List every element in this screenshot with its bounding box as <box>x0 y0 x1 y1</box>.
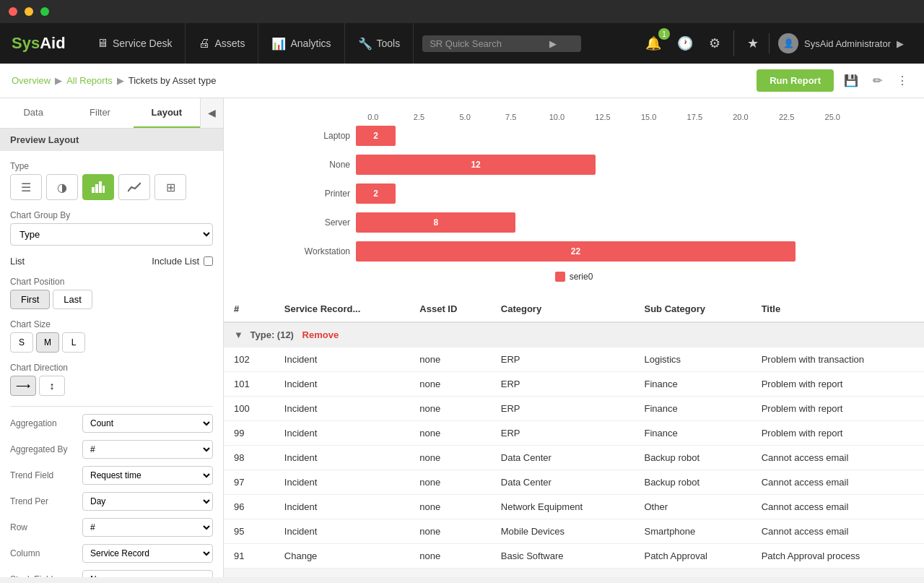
edit-icon[interactable]: ✏ <box>868 71 886 90</box>
group-row: ▼ Type: (12) Remove <box>224 322 924 347</box>
divider-1 <box>10 406 213 407</box>
cell-id: 96 <box>224 495 274 519</box>
aggregated-by-row: Aggregated By # <box>10 440 213 459</box>
user-menu[interactable]: 👤 SysAid Administrator ▶ <box>769 33 912 53</box>
main-layout: Data Filter Layout ◀ Preview Layout Type… <box>0 98 924 577</box>
cell-category: Data Center <box>491 470 635 495</box>
cell-id: 102 <box>224 347 274 372</box>
more-options-icon[interactable]: ⋮ <box>892 71 912 90</box>
chart-group-by-select[interactable]: Type Category Status <box>10 223 213 246</box>
run-report-button[interactable]: Run Report <box>757 69 834 92</box>
position-last-button[interactable]: Last <box>53 290 92 309</box>
cell-category: Data Center <box>491 446 635 470</box>
row-select[interactable]: # <box>82 518 213 537</box>
user-name: SysAid Administrator <box>804 38 891 49</box>
direction-horizontal-button[interactable]: ⟶ <box>10 376 36 396</box>
search-input[interactable] <box>430 38 545 49</box>
save-icon[interactable]: 💾 <box>840 71 863 90</box>
search-box[interactable]: ▶ <box>422 35 581 52</box>
legend-label-serie0: serie0 <box>570 272 593 282</box>
stack-field-select[interactable]: None <box>82 570 213 577</box>
size-m-button[interactable]: M <box>36 332 59 353</box>
breadcrumb-all-reports[interactable]: All Reports <box>66 75 113 86</box>
cell-title: Patch Approval process <box>751 544 924 569</box>
stack-field-label: Stack Field <box>10 574 82 577</box>
minimize-dot[interactable] <box>25 7 33 16</box>
tab-data[interactable]: Data <box>0 98 66 128</box>
clock-icon[interactable]: 🕐 <box>671 31 699 56</box>
table-row: 95 Incident none Mobile Devices Smartpho… <box>224 519 924 544</box>
cell-title: Problem with report <box>751 372 924 397</box>
type-label: Type <box>10 161 213 171</box>
cell-category: Basic Software <box>491 544 635 569</box>
breadcrumb-bar: Overview ▶ All Reports ▶ Tickets by Asse… <box>0 64 924 98</box>
nav-tools[interactable]: 🔧 Tools <box>345 23 414 64</box>
trend-per-select[interactable]: Day Week Month <box>82 492 213 511</box>
aggregation-select[interactable]: Count Sum Average <box>82 414 213 433</box>
nav-tools-label: Tools <box>377 38 401 49</box>
breadcrumb-actions: Run Report 💾 ✏ ⋮ <box>757 69 912 92</box>
tab-layout[interactable]: Layout <box>134 98 200 128</box>
column-select[interactable]: Service Record <box>82 544 213 563</box>
table-row: 97 Incident none Data Center Backup robo… <box>224 470 924 495</box>
group-toggle-icon[interactable]: ▼ <box>234 329 243 340</box>
cell-title: Problem with report <box>751 421 924 446</box>
include-list-checkbox[interactable] <box>204 256 213 266</box>
bar-none: 12 <box>356 155 596 175</box>
bar-area-printer: 2 <box>356 182 855 205</box>
nav-service-desk[interactable]: 🖥 Service Desk <box>84 23 186 64</box>
stack-field-row: Stack Field None <box>10 570 213 577</box>
tab-filter[interactable]: Filter <box>66 98 133 128</box>
table-row: 96 Incident none Network Equipment Other… <box>224 495 924 519</box>
aggregation-row: Aggregation Count Sum Average <box>10 414 213 433</box>
table-row: 100 Incident none ERP Finance Problem wi… <box>224 397 924 421</box>
direction-vertical-button[interactable]: ↕ <box>39 376 65 396</box>
chart-group-by-group: Chart Group By Type Category Status <box>10 210 213 246</box>
aggregated-by-select[interactable]: # <box>82 440 213 459</box>
table-row: 102 Incident none ERP Logistics Problem … <box>224 347 924 372</box>
cell-category: Mobile Devices <box>491 519 635 544</box>
position-first-button[interactable]: First <box>10 290 50 309</box>
axis-label-2-5: 2.5 <box>396 113 443 121</box>
trend-field-label: Trend Field <box>10 470 82 480</box>
svg-rect-2 <box>99 181 102 193</box>
chart-group-by-label: Chart Group By <box>10 210 213 220</box>
column-label: Column <box>10 548 82 558</box>
cell-title: Problem with transaction <box>751 347 924 372</box>
size-l-button[interactable]: L <box>62 332 85 353</box>
chart-type-table[interactable]: ⊞ <box>154 174 186 200</box>
chart-row-server: Server 8 <box>292 211 855 234</box>
row-row: Row # <box>10 518 213 537</box>
chart-type-list[interactable]: ☰ <box>10 174 42 200</box>
chart-type-line[interactable] <box>118 174 150 200</box>
trend-field-select[interactable]: Request time <box>82 466 213 485</box>
bar-server: 8 <box>356 212 515 233</box>
chart-row-printer: Printer 2 <box>292 182 855 205</box>
chart-direction-label: Chart Direction <box>10 363 213 373</box>
chart-type-bar[interactable] <box>82 174 114 200</box>
star-icon[interactable]: ★ <box>741 31 764 56</box>
remove-group-link[interactable]: Remove <box>302 329 339 340</box>
aggregation-control: Count Sum Average <box>82 414 213 433</box>
cell-asset-id: none <box>409 347 490 372</box>
bar-laptop: 2 <box>356 126 396 146</box>
nav-service-desk-label: Service Desk <box>113 38 172 49</box>
cell-id: 91 <box>224 544 274 569</box>
cell-service-record: Incident <box>274 347 410 372</box>
notification-btn[interactable]: 🔔 1 <box>640 31 667 56</box>
gear-icon[interactable]: ⚙ <box>703 31 726 56</box>
collapse-panel-button[interactable]: ◀ <box>200 98 223 128</box>
close-dot[interactable] <box>9 7 17 16</box>
size-s-button[interactable]: S <box>10 332 33 353</box>
nav-assets[interactable]: 🖨 Assets <box>186 23 258 64</box>
maximize-dot[interactable] <box>40 7 49 16</box>
left-panel: Data Filter Layout ◀ Preview Layout Type… <box>0 98 224 577</box>
chart-position-buttons: First Last <box>10 290 213 309</box>
aggregated-by-label: Aggregated By <box>10 444 82 454</box>
breadcrumb-overview[interactable]: Overview <box>12 75 51 86</box>
chart-type-pie[interactable]: ◑ <box>46 174 78 200</box>
nav-analytics[interactable]: 📊 Analytics <box>258 23 344 64</box>
chart-type-grid: ☰ ◑ ⊞ <box>10 174 213 200</box>
cell-id: 97 <box>224 470 274 495</box>
axis-label-17-5: 17.5 <box>671 113 718 121</box>
